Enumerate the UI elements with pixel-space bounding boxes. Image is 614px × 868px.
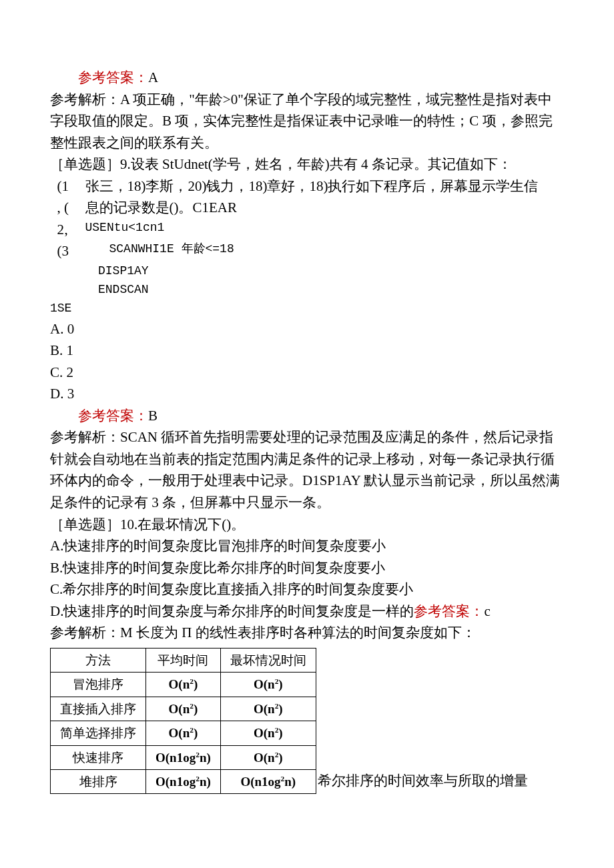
q10-answer-value: c xyxy=(484,603,490,619)
cell-method: 堆排序 xyxy=(51,769,146,793)
q9-row1-num: (1 xyxy=(50,175,85,197)
q10-tag: ［单选题］10. xyxy=(50,516,137,532)
cell-avg: O(n1og2n) xyxy=(146,745,221,769)
complexity-table: 方法 平均时间 最坏情况时间 冒泡排序O(n2)O(n2)直接插入排序O(n2)… xyxy=(50,648,316,795)
q9-tag: ［单选题］9. xyxy=(50,156,131,172)
q8-explanation: 参考解析：A 项正确，"年龄>0"保证了单个字段的域完整性，域完整性是指对表中字… xyxy=(50,89,564,154)
q9-answer-line: 参考答案：B xyxy=(50,405,564,427)
q9-row2: , ( 息的记录数是()。C1EAR xyxy=(50,197,564,219)
q10-option-c: C.希尔排序的时间复杂度比直接插入排序的时间复杂度要小 xyxy=(50,578,564,600)
q9-row3: 2, USENtu<1cn1 xyxy=(50,219,564,241)
q9-explanation: 参考解析：SCAN 循环首先指明需要处理的记录范围及应满足的条件，然后记录指针就… xyxy=(50,426,564,513)
q9-row1-txt: 张三，18)李斯，20)钱力，18)章好，18)执行如下程序后，屏幕显示学生信 xyxy=(85,175,565,197)
q10-table-row: 方法 平均时间 最坏情况时间 冒泡排序O(n2)O(n2)直接插入排序O(n2)… xyxy=(50,644,564,795)
cell-worst: O(n2) xyxy=(220,745,316,769)
q10-answer-label: 参考答案： xyxy=(414,603,484,619)
q8-answer-label: 参考答案： xyxy=(78,69,148,85)
q10-stem-line: ［单选题］10.在最坏情况下()。 xyxy=(50,514,564,536)
cell-method: 简单选择排序 xyxy=(51,721,146,745)
table-row: 堆排序O(n1og2n)O(n1og2n) xyxy=(51,769,316,793)
q10-option-b: B.快速排序的时间复杂度比希尔排序的时间复杂度要小 xyxy=(50,557,564,579)
cell-avg: O(n2) xyxy=(146,673,221,697)
q9-row4-num: (3 xyxy=(50,240,85,262)
q8-answer-value: A xyxy=(148,69,158,85)
q9-stem-line1: ［单选题］9.设表 StUdnet(学号，姓名，年龄)共有 4 条记录。其记值如… xyxy=(50,153,564,175)
cell-worst: O(n1og2n) xyxy=(220,769,316,793)
cell-avg: O(n2) xyxy=(146,697,221,721)
q9-row2-num: , ( xyxy=(50,197,85,219)
cell-method: 冒泡排序 xyxy=(51,673,146,697)
q9-stem-text-1: 设表 StUdnet(学号，姓名，年龄)共有 4 条记录。其记值如下： xyxy=(131,156,512,172)
q9-option-d: D. 3 xyxy=(50,383,564,405)
q9-code-1se: 1SE xyxy=(50,300,564,318)
q9-option-b: B. 1 xyxy=(50,340,564,362)
cell-worst: O(n2) xyxy=(220,697,316,721)
th-avg: 平均时间 xyxy=(146,648,221,672)
cell-worst: O(n2) xyxy=(220,721,316,745)
cell-avg: O(n1og2n) xyxy=(146,769,221,793)
q9-option-c: C. 2 xyxy=(50,362,564,384)
cell-method: 直接插入排序 xyxy=(51,697,146,721)
cell-method: 快速排序 xyxy=(51,745,146,769)
q9-answer-label: 参考答案： xyxy=(78,408,148,424)
th-method: 方法 xyxy=(51,648,146,672)
q10-tail-text: 希尔排序的时间效率与所取的增量 xyxy=(316,770,528,795)
q9-code-endscan: ENDSCAN xyxy=(50,281,564,300)
q10-stem-text: 在最坏情况下()。 xyxy=(137,516,245,532)
th-worst: 最坏情况时间 xyxy=(220,648,316,672)
table-row: 快速排序O(n1og2n)O(n2) xyxy=(51,745,316,769)
q10-option-d: D.快速排序的时间复杂度与希尔排序的时间复杂度是一样的 xyxy=(50,603,414,619)
table-row: 简单选择排序O(n2)O(n2) xyxy=(51,721,316,745)
q9-row4: (3 SCANWHI1E 年龄<=18 xyxy=(50,240,564,262)
q8-answer-line: 参考答案：A xyxy=(50,67,564,89)
q9-row4-txt: SCANWHI1E 年龄<=18 xyxy=(85,240,565,262)
q10-explanation: 参考解析：M 长度为 Π 的线性表排序时各种算法的时间复杂度如下： xyxy=(50,622,564,644)
q10-option-a: A.快速排序的时间复杂度比冒泡排序的时间复杂度要小 xyxy=(50,535,564,557)
cell-avg: O(n2) xyxy=(146,721,221,745)
table-body: 冒泡排序O(n2)O(n2)直接插入排序O(n2)O(n2)简单选择排序O(n2… xyxy=(51,673,316,794)
table-row: 冒泡排序O(n2)O(n2) xyxy=(51,673,316,697)
cell-worst: O(n2) xyxy=(220,673,316,697)
q9-answer-value: B xyxy=(148,408,158,424)
q9-row3-txt: USENtu<1cn1 xyxy=(85,219,565,241)
q9-option-a: A. 0 xyxy=(50,318,564,340)
q9-row2-txt: 息的记录数是()。C1EAR xyxy=(85,197,565,219)
q10-option-d-line: D.快速排序的时间复杂度与希尔排序的时间复杂度是一样的参考答案：c xyxy=(50,600,564,622)
q9-row1: (1 张三，18)李斯，20)钱力，18)章好，18)执行如下程序后，屏幕显示学… xyxy=(50,175,564,197)
q9-code-display: DISP1AY xyxy=(50,262,564,281)
q9-row3-num: 2, xyxy=(50,219,85,241)
table-header-row: 方法 平均时间 最坏情况时间 xyxy=(51,648,316,672)
table-row: 直接插入排序O(n2)O(n2) xyxy=(51,697,316,721)
